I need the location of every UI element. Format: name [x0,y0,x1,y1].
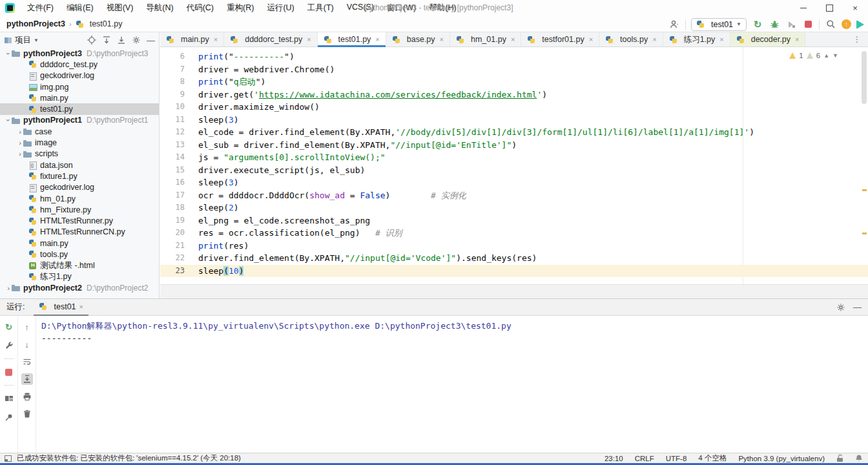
tree-item-fixture1-py[interactable]: fixture1.py [0,170,159,181]
line-number[interactable]: 11 [160,114,185,127]
tab-close-icon[interactable]: × [652,36,656,43]
line-number[interactable]: 12 [160,126,185,139]
editor-tab[interactable]: hm_01.py× [450,32,521,46]
line-number[interactable]: 8 [160,76,185,88]
tree-item-image[interactable]: ›image [0,137,159,148]
editor-tab[interactable]: test01.py× [318,32,386,46]
menu-item[interactable]: 运行(U) [261,1,300,16]
code-line[interactable]: 14js = "arguments[0].scrollIntoView();" [160,151,868,164]
error-stripe-mark[interactable] [862,232,867,234]
menu-item[interactable]: 视图(V) [101,1,140,16]
tree-item-hm_Fixture-py[interactable]: hm_Fixture.py [0,204,159,215]
tab-close-icon[interactable]: × [79,303,83,311]
teal-play-icon[interactable] [856,20,864,29]
notifications-bell-icon[interactable] [855,454,863,462]
status-file-encoding[interactable]: UTF-8 [666,455,687,462]
tree-chevron-icon[interactable]: › [17,128,23,136]
tree-chevron-icon[interactable]: › [5,284,12,292]
tab-close-icon[interactable]: × [307,36,311,43]
pin-icon[interactable] [3,411,15,423]
status-indent-style[interactable]: 4 个空格 [698,453,727,463]
hide-panel-icon[interactable]: — [147,36,155,45]
line-number[interactable]: 10 [160,101,185,114]
code-line[interactable]: 21print(res) [160,240,868,253]
run-button[interactable]: ↻ [752,19,763,30]
code-line[interactable]: 23sleep(10) [160,265,868,278]
line-number[interactable]: 21 [160,240,185,253]
more-tabs-icon[interactable]: ⋮ [847,35,868,44]
code-line[interactable]: 18sleep(2) [160,202,868,214]
tree-chevron-icon[interactable]: › [17,150,23,158]
code-line[interactable]: 10driver.maximize_window() [160,101,868,114]
tree-item-data-json[interactable]: data.json [0,160,159,170]
code-line[interactable]: 15driver.execute_script(js, el_sub) [160,164,868,177]
minimize-button[interactable] [790,0,816,16]
code-line[interactable]: 19el_png = el_code.screenshot_as_png [160,214,868,227]
line-number[interactable]: 19 [160,214,185,227]
line-number[interactable]: 7 [160,63,185,76]
tab-close-icon[interactable]: × [511,36,515,43]
status-line-ending[interactable]: CRLF [635,455,654,462]
code-line[interactable]: 6print("----------") [160,50,868,63]
tree-item-ddddorc_test-py[interactable]: ddddorc_test.py [0,59,159,70]
stop-button[interactable] [802,19,814,30]
tree-item-geckodriver-log[interactable]: geckodriver.log [0,70,159,81]
project-view-selector[interactable]: 项目 ▼ [4,35,39,46]
editor-scrollbar[interactable] [862,51,867,104]
search-everywhere-icon[interactable] [825,19,836,30]
inspection-widget[interactable]: 1 6 ▲ ▼ [789,52,838,59]
menu-item[interactable]: 代码(C) [181,1,220,16]
tab-close-icon[interactable]: × [440,36,444,43]
code-editor[interactable]: 6print("----------")7driver = webdriver.… [160,47,868,284]
tree-item-test01-py[interactable]: test01.py [0,103,159,114]
debug-button[interactable] [769,19,780,30]
line-number[interactable]: 9 [160,88,185,101]
tree-item-测试结果-html[interactable]: 测试结果 -.html [0,260,159,271]
code-line[interactable]: 9driver.get('https://www.idatachina.com/… [160,88,868,101]
line-number[interactable]: 18 [160,202,185,214]
line-number[interactable]: 22 [160,252,185,265]
expand-all-icon[interactable] [102,36,111,45]
code-line[interactable]: 12el_code = driver.find_element(By.XPATH… [160,126,868,139]
tree-item-pythonProject3[interactable]: ›pythonProject3D:\pythonProject3 [0,48,159,59]
line-number[interactable]: 14 [160,151,185,164]
code-line[interactable]: 13el_sub = driver.find_element(By.XPATH,… [160,139,868,152]
collapse-all-icon[interactable] [117,36,126,45]
toolwindow-toggle-icon[interactable] [5,455,12,462]
menu-item[interactable]: 导航(N) [140,1,179,16]
error-stripe-mark[interactable] [862,189,867,191]
up-stacktrace-icon[interactable]: ↑ [21,321,33,333]
line-number[interactable]: 20 [160,227,185,240]
editor-tab[interactable]: testfor01.py× [521,32,599,46]
soft-wrap-icon[interactable] [21,356,33,367]
run-tab-test01[interactable]: test01 × [34,299,88,316]
line-number[interactable]: 23 [160,265,185,278]
code-line[interactable]: 8print("q启动") [160,76,868,88]
run-configuration-select[interactable]: test01 ▼ [691,18,747,31]
editor-tab[interactable]: ddddorc_test.py× [224,32,317,46]
prev-issue-icon[interactable]: ▲ [823,52,829,59]
restore-layout-icon[interactable] [3,393,15,404]
tab-close-icon[interactable]: × [795,36,799,43]
line-number[interactable]: 6 [160,50,185,63]
tree-item-scripts[interactable]: ›scripts [0,149,159,160]
tab-close-icon[interactable]: × [375,36,379,43]
tree-item-hm_01-py[interactable]: hm_01.py [0,193,159,204]
tree-item-HTMLTestRunnerCN-py[interactable]: HTMLTestRunnerCN.py [0,227,159,238]
line-number[interactable]: 17 [160,189,185,202]
tree-item-geckodriver-log[interactable]: geckodriver.log [0,182,159,193]
tree-item-case[interactable]: ›case [0,126,159,137]
tree-item-练习1-py[interactable]: 练习1.py [0,271,159,282]
tree-item-pythonProject2[interactable]: ›pythonProject2D:\pythonProject2 [0,282,159,293]
tree-item-main-py[interactable]: main.py [0,92,159,103]
scroll-to-end-icon[interactable] [21,373,33,385]
code-line[interactable]: 16sleep(3) [160,176,868,189]
code-line[interactable]: 22driver.find_element(By.XPATH,"//input[… [160,252,868,265]
run-console-output[interactable]: D:\Python解释器\python-resl3.9.11\py_virtua… [41,320,868,344]
tree-chevron-icon[interactable]: › [17,139,23,147]
menu-item[interactable]: 工具(T) [302,1,340,16]
tree-item-HTMLTestRunner-py[interactable]: HTMLTestRunner.py [0,215,159,226]
maximize-button[interactable] [816,0,842,16]
tab-close-icon[interactable]: × [214,36,218,43]
line-number[interactable]: 13 [160,139,185,152]
